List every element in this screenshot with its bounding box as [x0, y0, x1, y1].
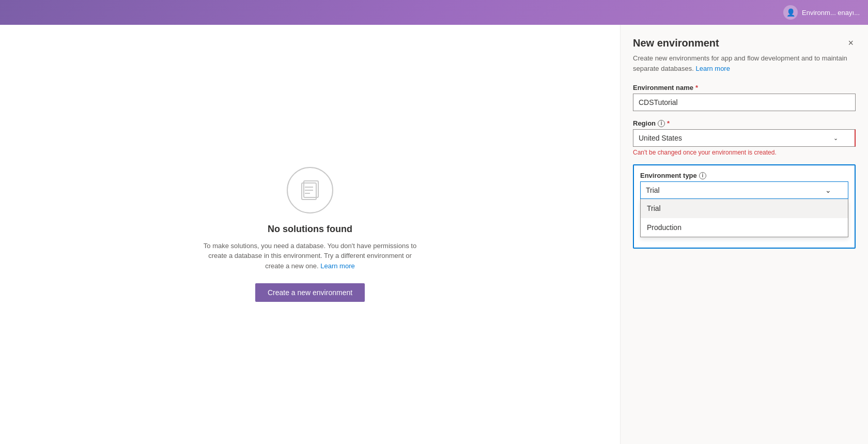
avatar: 👤	[783, 5, 798, 20]
region-info-icon[interactable]: i	[658, 120, 665, 127]
env-type-dropdown-trigger[interactable]: Trial ⌄	[640, 181, 848, 199]
env-name-group: Environment name *	[633, 84, 856, 111]
region-dropdown[interactable]: United States ⌄	[633, 129, 856, 147]
env-type-group: Environment type i Trial ⌄ Trial	[640, 172, 848, 237]
panel-learn-more-link[interactable]: Learn more	[695, 65, 730, 72]
topbar-user-text: Environm... enayı...	[802, 9, 860, 17]
required-star: *	[695, 84, 698, 91]
env-type-dropdown-menu: Trial Production	[640, 199, 848, 237]
content-area: No solutions found To make solutions, yo…	[0, 25, 620, 444]
env-type-option-trial[interactable]: Trial	[641, 199, 848, 218]
empty-icon	[287, 167, 333, 213]
panel-description: Create new environments for app and flow…	[633, 53, 856, 73]
env-type-info-icon[interactable]: i	[699, 172, 706, 179]
main-layout: No solutions found To make solutions, yo…	[0, 25, 868, 444]
env-type-chevron-icon: ⌄	[825, 186, 831, 194]
panel-close-button[interactable]: ×	[846, 37, 856, 49]
region-label: Region i *	[633, 119, 856, 127]
env-name-input[interactable]	[633, 94, 856, 111]
region-hint: Can't be changed once your environment i…	[633, 149, 856, 156]
env-type-option-production[interactable]: Production	[641, 218, 848, 237]
env-type-container: Environment type i Trial ⌄ Trial	[633, 164, 856, 249]
region-required-star: *	[667, 119, 670, 127]
env-type-dropdown-wrapper: Trial ⌄ Trial Production	[640, 181, 848, 237]
region-group: Region i * United States ⌄ Can't be chan…	[633, 119, 856, 156]
topbar-right: 👤 Environm... enayı...	[783, 5, 860, 20]
new-environment-panel: New environment × Create new environment…	[620, 25, 868, 444]
empty-title: No solutions found	[268, 224, 352, 235]
panel-header: New environment ×	[633, 37, 856, 49]
learn-more-link[interactable]: Learn more	[320, 262, 354, 270]
region-chevron-icon: ⌄	[833, 135, 838, 142]
region-select-wrapper: United States ⌄	[633, 129, 856, 147]
topbar: 👤 Environm... enayı...	[0, 0, 868, 25]
empty-state: No solutions found To make solutions, yo…	[202, 167, 419, 302]
create-environment-button[interactable]: Create a new environment	[255, 283, 365, 302]
empty-description: To make solutions, you need a database. …	[202, 241, 419, 271]
env-name-label: Environment name *	[633, 84, 856, 91]
env-type-label: Environment type i	[640, 172, 848, 179]
panel-title: New environment	[633, 37, 719, 49]
